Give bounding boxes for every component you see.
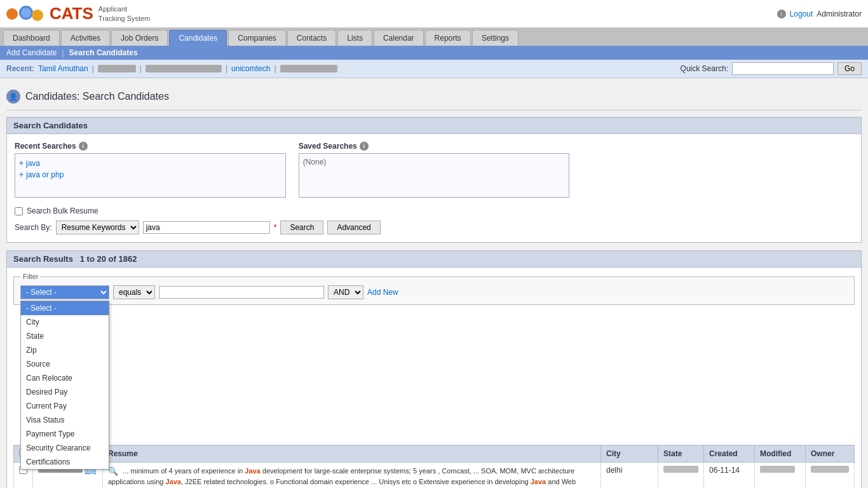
bulk-resume-label[interactable]: Search Bulk Resume (27, 207, 98, 215)
row1-magnify-icon[interactable]: 🔍 (108, 466, 118, 476)
filter-legend: Filter (20, 273, 41, 280)
dropdown-payment-type-item[interactable]: Payment Type (21, 427, 109, 441)
breadcrumb-add-candidate[interactable]: Add Candidate (6, 48, 57, 57)
dropdown-current-pay-item[interactable]: Current Pay (21, 399, 109, 413)
recent-item-5-redacted (280, 65, 337, 72)
filter-dropdown: - Select - City State Zip Source Can Rel… (20, 285, 109, 299)
dropdown-visa-status-item[interactable]: Visa Status (21, 413, 109, 427)
search-panel: Search Candidates Recent Searches i + ja… (6, 117, 862, 243)
row1-created: 06-11-14 (704, 463, 755, 489)
dropdown-security-item[interactable]: Security Clearance (21, 441, 109, 455)
row1-owner-redacted (811, 466, 849, 473)
quick-search-input[interactable] (732, 62, 834, 75)
logo-subtitle: Applicant Tracking System (98, 4, 151, 23)
search-panel-body: Recent Searches i + java + java or php (7, 134, 861, 242)
page-icon: 👤 (6, 90, 20, 104)
cats-logo: CATS (6, 4, 93, 24)
search-by-select[interactable]: Resume Keywords Name Email Phone City St… (56, 220, 139, 234)
row1-highlight-3: Java (531, 478, 546, 485)
page-content: 👤 Candidates: Search Candidates Search C… (0, 78, 868, 488)
tab-activities[interactable]: Activities (61, 30, 110, 46)
bulk-resume-row: Search Bulk Resume (15, 207, 853, 215)
recent-searches-label: Recent Searches i (15, 142, 286, 151)
tab-lists[interactable]: Lists (337, 30, 372, 46)
filter-and-select[interactable]: AND OR (328, 285, 363, 299)
filter-value-input[interactable] (159, 286, 324, 299)
saved-searches-box: Saved Searches i (None) (299, 142, 570, 198)
dropdown-zip-item[interactable]: Zip (21, 343, 109, 357)
search-button[interactable]: Search (280, 220, 323, 234)
search-by-row: Search By: Resume Keywords Name Email Ph… (15, 220, 853, 234)
col-header-modified[interactable]: Modified (755, 445, 806, 463)
dropdown-source-item[interactable]: Source (21, 357, 109, 371)
logo-cats-text: CATS (50, 4, 93, 24)
row1-city: delhi (601, 463, 658, 489)
row1-highlight-1: Java (245, 467, 260, 475)
row1-resume: 🔍 ... minimum of 4 years of experience i… (103, 463, 601, 489)
results-table-container: Name ▼ Resume City State Created Modifie… (7, 445, 861, 488)
quick-search-area: Quick Search: Go (681, 62, 862, 75)
dropdown-select-item[interactable]: - Select - (21, 301, 109, 315)
user-area: i Logout Administrator (777, 10, 862, 18)
recent-searches-list: + java + java or php (15, 153, 286, 198)
saved-searches-info-icon[interactable]: i (360, 142, 369, 151)
results-panel: Search Results 1 to 20 of 1862 Filter - … (6, 250, 862, 488)
recent-bar: Recent: Tamil Amuthan | | | unicomtech |… (0, 60, 868, 78)
recent-item-unicomtech[interactable]: unicomtech (231, 64, 270, 73)
dropdown-desired-pay-item[interactable]: Desired Pay (21, 385, 109, 399)
recent-item-2-redacted (98, 65, 136, 72)
results-range: 1 to 20 of 1862 (80, 254, 137, 264)
saved-searches-list: (None) (299, 153, 570, 198)
col-header-city[interactable]: City (601, 445, 658, 463)
tab-contacts[interactable]: Contacts (287, 30, 336, 46)
tab-companies[interactable]: Companies (228, 30, 286, 46)
filter-dropdown-menu: - Select - City State Zip Source Can Rel… (20, 301, 109, 470)
dropdown-certifications-item[interactable]: Certifications (21, 455, 109, 469)
add-recent-2-icon[interactable]: + (19, 170, 24, 179)
tab-calendar[interactable]: Calendar (374, 30, 424, 46)
filter-fieldset: Filter - Select - City State Zip Source … (13, 273, 855, 305)
advanced-button[interactable]: Advanced (327, 220, 380, 234)
col-header-owner[interactable]: Owner (806, 445, 855, 463)
filter-select[interactable]: - Select - City State Zip Source Can Rel… (20, 285, 109, 299)
recent-searches-box: Recent Searches i + java + java or php (15, 142, 286, 198)
row1-state (658, 463, 704, 489)
col-header-state[interactable]: State (658, 445, 704, 463)
tab-candidates[interactable]: Candidates (169, 30, 227, 46)
tab-reports[interactable]: Reports (425, 30, 471, 46)
recent-search-item-2: + java or php (19, 169, 281, 180)
quick-search-label: Quick Search: (681, 64, 728, 73)
dropdown-city-item[interactable]: City (21, 315, 109, 329)
bulk-resume-checkbox[interactable] (15, 207, 23, 215)
saved-none-text: (None) (303, 158, 327, 166)
required-asterisk: * (274, 223, 277, 232)
tab-job-orders[interactable]: Job Orders (111, 30, 168, 46)
recent-separator-4: | (274, 64, 276, 73)
go-button[interactable]: Go (837, 62, 862, 75)
add-new-filter-link[interactable]: Add New (367, 288, 398, 297)
saved-searches-label: Saved Searches i (299, 142, 570, 151)
recent-search-link-java-php[interactable]: java or php (26, 170, 64, 179)
info-circle-icon: i (777, 10, 786, 18)
filter-equals-select[interactable]: equals (113, 285, 155, 299)
row1-highlight-2: Java (166, 478, 181, 485)
col-header-resume[interactable]: Resume (103, 445, 601, 463)
logout-link[interactable]: Logout (790, 10, 813, 18)
recent-search-link-java[interactable]: java (26, 159, 40, 168)
tab-dashboard[interactable]: Dashboard (3, 30, 60, 46)
recent-searches-info-icon[interactable]: i (79, 142, 88, 151)
recent-item-3-redacted (146, 65, 222, 72)
tab-settings[interactable]: Settings (472, 30, 519, 46)
recent-search-item-1: + java (19, 158, 281, 169)
header: CATS Applicant Tracking System i Logout … (0, 0, 868, 28)
results-table: Name ▼ Resume City State Created Modifie… (13, 445, 855, 488)
row1-owner (806, 463, 855, 489)
recent-item-1[interactable]: Tamil Amuthan (38, 64, 88, 73)
add-recent-1-icon[interactable]: + (19, 159, 24, 168)
nav-bar: Dashboard Activities Job Orders Candidat… (0, 28, 868, 46)
search-keyword-input[interactable] (143, 221, 270, 234)
dropdown-state-item[interactable]: State (21, 329, 109, 343)
col-header-created[interactable]: Created (704, 445, 755, 463)
dropdown-can-relocate-item[interactable]: Can Relocate (21, 371, 109, 385)
page-title-area: 👤 Candidates: Search Candidates (6, 85, 862, 111)
